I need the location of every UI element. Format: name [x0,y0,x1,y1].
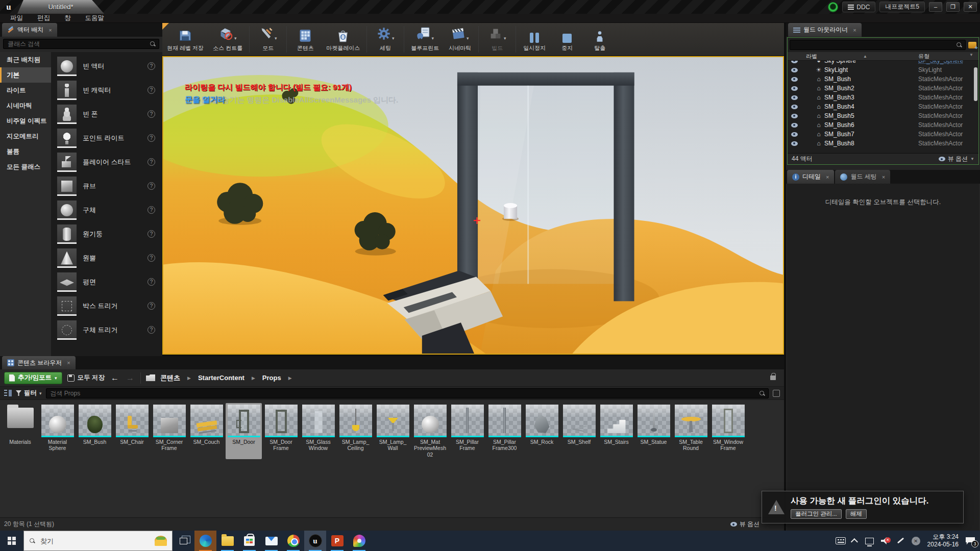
stop-button[interactable]: 중지 [551,23,583,56]
action-center-button[interactable]: 3 [966,537,975,545]
breadcrumb-props[interactable]: Props [262,374,281,382]
help-icon[interactable]: ? [148,230,155,238]
asset-tile[interactable]: SM_Door Frame [263,403,299,459]
asset-tile[interactable]: SM_Statue [635,403,672,459]
taskbar-app-store[interactable] [238,531,260,551]
visibility-eye-icon[interactable] [791,77,798,82]
save-current-level-button[interactable]: 현재 레벨 저장 [162,23,208,56]
source-control-button[interactable]: ▾ 소스 컨트롤 [208,23,247,56]
menu-window[interactable]: 창 [58,14,77,22]
category-volumes[interactable]: 볼륨 [0,144,51,159]
place-item-box-trigger[interactable]: 박스 트리거? [51,294,162,318]
actor-row[interactable]: ⌂ SM_Bush8 StaticMeshActor [788,139,978,148]
asset-tile[interactable]: SM_Chair [114,403,150,459]
taskbar-app-paint3d[interactable] [348,531,370,551]
view-options-button[interactable]: 뷰 옵션 [730,520,760,529]
asset-tile[interactable]: SM_Lamp_ Ceiling [337,403,374,459]
outliner-search-input[interactable] [793,41,956,49]
actor-row[interactable]: ⌂ SM_Bush StaticMeshActor [788,74,978,84]
actor-row[interactable]: ⌂ SM_Bush4 StaticMeshActor [788,102,978,111]
breadcrumb-content[interactable]: 콘텐츠 [160,373,180,383]
eject-button[interactable]: 탈출 [583,23,616,56]
asset-tile[interactable]: SM_Pillar Frame300 [486,403,523,459]
taskbar-app-explorer[interactable] [216,531,238,551]
category-cinematic[interactable]: 시네마틱 [0,98,51,113]
asset-tile-selected[interactable]: SM_Door [226,403,262,459]
menu-edit[interactable]: 편집 [31,14,56,22]
class-search-box[interactable] [3,39,159,49]
marketplace-button[interactable]: 마켓플레이스 [322,23,364,56]
visibility-eye-icon[interactable] [791,114,798,118]
taskbar-app-chrome[interactable] [282,531,304,551]
settings-button[interactable]: ▾ 세팅 [369,23,402,56]
place-item-sphere[interactable]: 구체? [51,198,162,222]
asset-tile[interactable]: SM_Bush [77,403,113,459]
actor-row[interactable]: ⌂ SM_Bush2 StaticMeshActor [788,84,978,93]
lock-icon[interactable] [770,375,776,380]
volume-muted-icon[interactable] [881,537,889,544]
asset-tile[interactable]: SM_Window Frame [710,403,746,459]
place-item-empty-pawn[interactable]: 빈 폰? [51,102,162,126]
close-tab-icon[interactable]: × [48,27,52,33]
place-item-cube[interactable]: 큐브? [51,174,162,198]
actor-row[interactable]: ⌂ SM_Bush7 StaticMeshActor [788,130,978,139]
manage-plugins-button[interactable]: 플러그인 관리... [791,509,842,519]
build-button[interactable]: ▾ 빌드 [481,23,513,56]
asset-tile[interactable]: SM_Rock [524,403,560,459]
asset-tile[interactable]: SM_Shelf [561,403,597,459]
forward-button[interactable]: → [125,373,135,383]
dismiss-button[interactable]: 해제 [846,509,867,519]
visibility-eye-icon[interactable] [791,61,798,63]
asset-tile[interactable]: SM_Corner Frame [151,403,187,459]
close-tab-icon[interactable]: × [826,174,829,180]
asset-tile[interactable]: SM_Stairs [598,403,634,459]
help-icon[interactable]: ? [148,254,155,262]
help-icon[interactable]: ? [148,278,155,286]
asset-tile[interactable]: SM_Glass Window [300,403,336,459]
taskbar-app-powerpoint[interactable]: P [326,531,348,551]
actor-row[interactable]: ⌂ SM_Bush5 StaticMeshActor [788,111,978,120]
viewport-3d[interactable]: 메시지를 숨기는 명령은 DisableAllScreenMessages 입니… [162,56,784,355]
taskbar-search-box[interactable] [23,531,173,551]
place-item-plane[interactable]: 평면? [51,270,162,294]
place-item-player-start[interactable]: 플레이어 스타트? [51,150,162,174]
view-settings-icon[interactable] [773,390,780,397]
minimize-button[interactable]: – [929,2,942,12]
level-tab[interactable]: Untitled* [17,0,104,14]
visibility-eye-icon[interactable] [791,123,798,128]
asset-search-box[interactable] [46,388,769,398]
taskbar-app-edge[interactable] [194,531,216,551]
taskbar-clock[interactable]: 오후 3:24 2024-05-16 [927,533,959,548]
actor-row[interactable]: ⌂ SM_Bush3 StaticMeshActor [788,93,978,102]
taskbar-app-unreal[interactable]: u [304,531,326,551]
column-label[interactable]: 라벨 [788,53,817,60]
asset-tile[interactable]: SM_Mat PreviewMesh 02 [412,403,448,459]
asset-tile[interactable]: SM_Pillar Frame [449,403,485,459]
visibility-eye-icon[interactable] [791,95,798,100]
sources-panel-icon[interactable] [4,390,12,396]
asset-tile[interactable]: SM_Couch [188,403,225,459]
pause-button[interactable]: 일시정지 [518,23,551,56]
menu-help[interactable]: 도움말 [79,14,111,22]
actor-row[interactable]: ☀ SkyLight SkyLight [788,65,978,74]
help-icon[interactable]: ? [148,86,155,94]
visibility-eye-icon[interactable] [791,132,798,137]
filter-button[interactable]: 필터 ▾ [16,389,42,397]
tray-chevron-up-icon[interactable] [853,538,858,543]
sort-asc-icon[interactable]: ▲ [863,54,867,59]
asset-tile[interactable]: SM_Lamp_ Wall [375,403,411,459]
close-tab-icon[interactable]: × [853,27,856,33]
help-icon[interactable]: ? [148,62,155,70]
class-search-input[interactable] [7,40,150,48]
category-lights[interactable]: 라이트 [0,83,51,98]
close-button[interactable]: ✕ [964,2,977,12]
close-tab-icon[interactable]: × [67,360,70,366]
tray-status-icon[interactable]: ✕ [912,537,920,545]
visibility-eye-icon[interactable] [791,141,798,146]
details-tab[interactable]: i 디테일 × [787,170,834,184]
help-icon[interactable]: ? [148,302,155,310]
column-type[interactable]: 유형▼ [918,53,978,60]
ddc-button[interactable]: DDC [842,2,875,12]
filter-icon[interactable]: ▼ [969,53,973,60]
compile-status-icon[interactable] [828,2,838,12]
